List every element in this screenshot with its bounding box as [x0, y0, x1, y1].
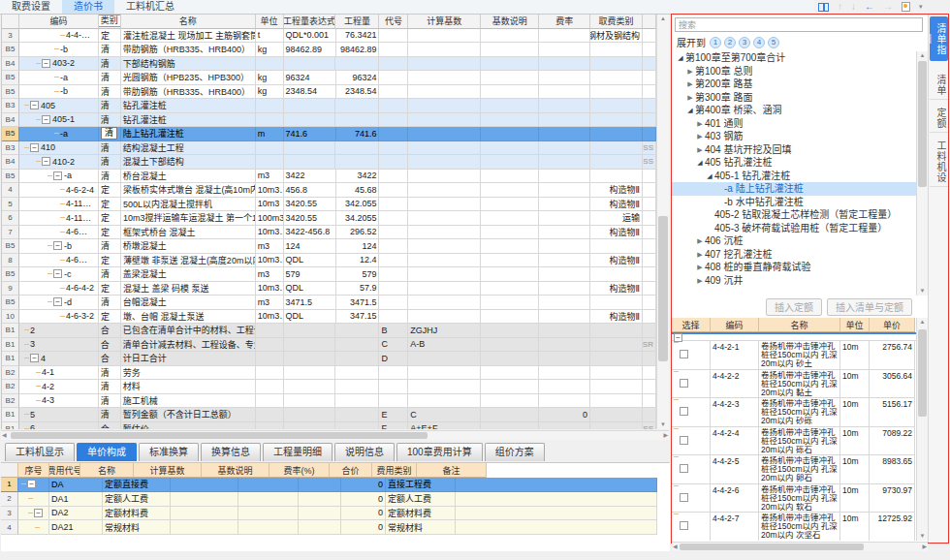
expanded-icon[interactable]: ◢ — [685, 104, 695, 117]
tree-item[interactable]: 405-2 钻取混凝土芯样检测（暂定工程量） — [672, 208, 916, 222]
collapse-icon[interactable]: − — [53, 297, 62, 306]
tree-item[interactable]: ▶406 沉桩 — [672, 234, 916, 248]
bottom-tab-3[interactable]: 标准换算 — [139, 443, 199, 461]
expand-level-4[interactable]: 4 — [753, 37, 765, 48]
table-row[interactable]: B16合暂估价FA+E+FSS — [2, 422, 656, 430]
collapse-icon[interactable]: − — [34, 509, 43, 517]
table-row[interactable]: B24-3清施工机械 — [2, 394, 656, 409]
bottom-tab-2[interactable]: 单价构成 — [77, 443, 137, 461]
collapsed-icon[interactable]: ▶ — [695, 274, 705, 288]
table-row[interactable]: B4−410-2清混凝土下部结构SS — [2, 155, 656, 170]
expanded-icon[interactable]: ◢ — [705, 170, 714, 183]
scroll-up-icon[interactable]: ▲ — [917, 318, 928, 327]
tree-item[interactable]: -b 水中钻孔灌注桩 — [672, 196, 916, 209]
collapse-icon[interactable]: − — [27, 480, 36, 488]
table-row[interactable]: B24-1清劳务 — [2, 366, 656, 381]
collapsed-icon[interactable]: ▶ — [685, 91, 695, 105]
quota-row[interactable]: 4-4-2-1卷扬机带冲击锤冲孔 桩径150cm以内 孔深 20m以内 砂土10… — [672, 341, 916, 370]
bottom-tab-8[interactable]: 组价方案 — [485, 443, 545, 461]
collapsed-icon[interactable]: ▶ — [685, 78, 695, 91]
table-row[interactable]: 94-6-4-2定混凝土 盖梁 码模 泵送10m3…QDL57.9构造物Ⅱ — [2, 282, 656, 296]
collapsed-icon[interactable]: ▶ — [695, 248, 705, 262]
collapsed-icon[interactable]: ▶ — [695, 130, 705, 143]
quota-row[interactable]: 4-4-2-7卷扬机带冲击锤冲孔 桩径150cm以内 孔深 20m以内 次坚石1… — [672, 513, 916, 541]
insert-list-and-quota-button[interactable]: 插入清单与定额 — [827, 298, 912, 316]
tree-item[interactable]: ▶408 桩的垂直静荷载试验 — [672, 261, 916, 274]
quota-row[interactable]: 4-4-2-3卷扬机带冲击锤冲孔 桩径150cm以内 孔深 20m以内 砂砾10… — [672, 398, 916, 427]
top-tab-1[interactable]: 取费设置 — [0, 0, 62, 14]
tree-item[interactable]: ▶404 基坑开挖及回填 — [672, 143, 916, 157]
tree-item[interactable]: ◢第100章至第700章合计 — [672, 51, 916, 65]
table-row[interactable]: B5−-c清盖梁混凝土m3579579 — [2, 267, 656, 282]
move-up-icon[interactable]: ↑ — [838, 1, 842, 13]
top-tab-2[interactable]: 造价书 — [62, 0, 114, 14]
forward-icon[interactable]: → — [883, 1, 893, 13]
table-row[interactable]: 54-11…定500L以内混凝土搅拌机10m33420.55342.055构造物… — [2, 198, 656, 212]
scroll-left-icon[interactable]: ◀ — [2, 431, 7, 439]
select-checkbox[interactable] — [680, 379, 688, 388]
main-table-hscrollbar[interactable]: ◀ ▶ — [1, 430, 669, 440]
tree-vscrollbar[interactable]: ▲ ▼ — [916, 51, 928, 296]
table-row[interactable]: B1−4合计日工合计D — [2, 352, 656, 366]
bottom-tab-1[interactable]: 工料机显示 — [5, 443, 75, 461]
collapse-icon[interactable]: − — [42, 115, 50, 124]
expanded-icon[interactable]: ◢ — [676, 51, 685, 65]
category-editor[interactable]: 清 — [101, 127, 117, 140]
expanded-icon[interactable]: ◢ — [695, 156, 705, 170]
table-row[interactable]: B3−410清结构混凝土工程SS — [2, 141, 656, 156]
tree-item[interactable]: ◢405-1 钻孔灌注桩 — [672, 170, 916, 183]
scroll-right-icon[interactable]: ▶ — [922, 543, 927, 550]
quota-row[interactable]: 4-4-2-2卷扬机带冲击锤冲孔 桩径150cm以内 孔深 20m以内 黏土10… — [672, 370, 916, 399]
top-tab-3[interactable]: 工料机汇总 — [114, 0, 186, 14]
table-row[interactable]: B5-a清光圆钢筋（HPB235、HPB300）kg9632496324 — [2, 71, 656, 85]
collapse-icon[interactable]: − — [53, 241, 62, 250]
insert-quota-button[interactable]: 插入定额 — [766, 298, 822, 316]
expand-level-5[interactable]: 5 — [768, 37, 779, 48]
select-checkbox[interactable] — [680, 407, 688, 416]
tree-item[interactable]: ◢405 钻孔灌注桩 — [672, 156, 916, 170]
bottom-tab-6[interactable]: 说明信息 — [334, 443, 395, 461]
table-row[interactable]: B13合清单合计减去材料、工程设备、专业工…CA-BSR — [2, 338, 656, 353]
collapse-icon[interactable]: − — [30, 143, 39, 152]
bottom-tab-7[interactable]: 100章费用计算 — [396, 443, 483, 461]
scroll-down-icon[interactable]: ▼ — [917, 287, 928, 296]
collapsed-icon[interactable]: ▶ — [695, 143, 705, 157]
select-checkbox[interactable] — [680, 350, 688, 358]
table-row[interactable]: B5−-b清桥墩混凝土m3124124 — [2, 239, 656, 254]
scroll-up-icon[interactable]: ▲ — [917, 51, 928, 60]
scroll-up-icon[interactable]: ▲ — [657, 15, 669, 23]
table-row[interactable]: B5−-d清台帽混凝土m33471.53471.5 — [2, 296, 656, 310]
collapsed-icon[interactable]: ▶ — [695, 261, 705, 274]
tree-item[interactable]: ▶403 钢筋 — [672, 130, 916, 143]
bottom-tab-4[interactable]: 换算信息 — [201, 443, 261, 461]
collapsed-icon[interactable]: ▶ — [695, 117, 705, 131]
fee-table-row[interactable]: 2DA1定额人工费0定额人工费 — [1, 492, 670, 507]
table-row[interactable]: B5−-a清桥台混凝土m334223422 — [2, 170, 656, 184]
tree-item[interactable]: -a 陆上钻孔灌注桩 — [672, 182, 916, 196]
scroll-down-icon[interactable]: ▼ — [657, 420, 669, 429]
tree-item[interactable]: ▶第300章 路面 — [672, 91, 916, 105]
side-tab-2[interactable]: 清单 — [930, 71, 948, 100]
table-row[interactable]: B4−405-1清钻孔灌注桩 — [2, 113, 656, 128]
collapse-icon[interactable]: − — [42, 59, 50, 68]
tree-item[interactable]: 405-3 破坏荷载试验用桩（暂定工程量） — [672, 222, 916, 235]
quota-row[interactable]: 4-4-2-4卷扬机带冲击锤冲孔 桩径150cm以内 孔深 20m以内 砾石10… — [672, 427, 916, 456]
select-checkbox[interactable] — [680, 436, 688, 445]
select-checkbox[interactable] — [680, 493, 688, 502]
quota-row[interactable]: 4-4-2-6卷扬机带冲击锤冲孔 桩径150cm以内 孔深 20m以内 软石10… — [672, 484, 916, 513]
table-row[interactable]: B5-b清带肋钢筋（HRB335、HRB400）kg2348.542348.54 — [2, 85, 656, 100]
collapse-icon[interactable]: − — [53, 269, 62, 278]
table-row[interactable]: 74-6…定框架式桥台 混凝土10m3…3422-456.8296.52构造物Ⅱ — [2, 226, 656, 240]
table-row[interactable]: 44-6-2-4定梁板桥实体式墩台 混凝土(高10m内)10m3…456.845… — [2, 183, 656, 198]
table-row[interactable]: B5-b清带肋钢筋（HRB335、HRB400）kg98462.8998462.… — [2, 43, 656, 57]
back-icon[interactable]: ← — [865, 1, 874, 13]
tree-item[interactable]: ▶407 挖孔灌注桩 — [672, 248, 916, 262]
side-tab-4[interactable]: 工料机设 — [930, 137, 948, 187]
search-input[interactable] — [675, 17, 923, 32]
main-table-vscrollbar[interactable]: ▲ ▼ — [656, 15, 669, 429]
table-row[interactable]: 104-6-3-2定墩、台帽 混凝土泵送10m3…QDL347.15构造物Ⅱ — [2, 310, 656, 325]
expand-level-2[interactable]: 2 — [724, 37, 736, 48]
collapse-icon[interactable]: − — [53, 171, 62, 180]
quota-group-row[interactable]: − — [672, 332, 916, 341]
table-row[interactable]: B15清暂列金额（不含计日工总额）EC0 — [2, 408, 656, 422]
